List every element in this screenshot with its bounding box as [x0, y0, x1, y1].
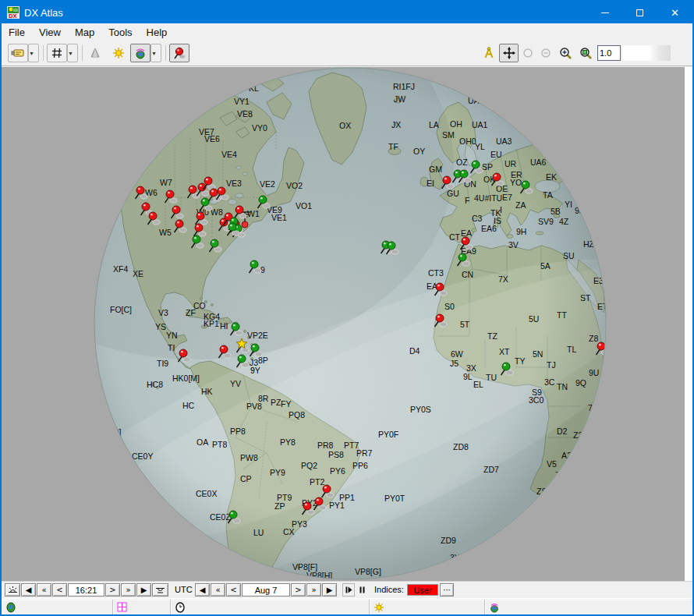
date-prev-month-button[interactable]: ◀ [195, 583, 210, 597]
chevron-down-icon: ▼ [29, 51, 38, 56]
map-label-JX: JX [391, 120, 401, 129]
map-label-ZD7: ZD7 [483, 465, 499, 474]
pause-button[interactable] [356, 583, 367, 597]
map-label-VE6: VE6 [204, 134, 220, 143]
map-label-6W: 6W [451, 349, 463, 359]
map-label-XF4: XF4 [113, 264, 128, 274]
map-area[interactable]: KLVY1VE8VY0OXVE7VE6VE4VE3VE2VO2VO1VE9VE1… [2, 67, 692, 581]
date-back-button[interactable]: < [226, 583, 241, 597]
menu-map[interactable]: Map [68, 25, 101, 40]
date-display[interactable]: Aug 7 [242, 583, 290, 597]
map-label-PW8: PW8 [240, 453, 258, 462]
status-panel-clock [171, 600, 370, 614]
world-dropdown[interactable]: ▼ [150, 44, 161, 62]
sun-icon [374, 602, 384, 613]
date-next-month-button[interactable]: ▶ [322, 583, 337, 597]
zoom-window-button[interactable] [576, 44, 596, 62]
toolbar-separator [43, 45, 44, 61]
zoom-window-icon [579, 47, 593, 60]
map-label-TI: TI [168, 343, 175, 352]
grid-button[interactable] [47, 44, 67, 62]
minimize-button[interactable] [587, 2, 622, 23]
toolbar-separator [82, 45, 83, 61]
map-label-9L: 9L [463, 372, 473, 381]
time-display[interactable]: 16:21 [68, 583, 104, 597]
map-label-Z8: Z8 [589, 334, 598, 343]
map-label-EK: EK [546, 172, 557, 182]
map-label-HC8: HC8 [147, 380, 163, 389]
measure-button[interactable] [479, 44, 498, 62]
maximize-button[interactable] [622, 2, 657, 23]
date-rewind-button[interactable]: « [211, 583, 225, 597]
indices-value-badge[interactable]: User [407, 584, 438, 596]
map-label-PR8: PR8 [317, 441, 334, 450]
map-label-W5: W5 [159, 228, 172, 237]
map-label-9H: 9H [516, 227, 526, 236]
grid-dropdown[interactable]: ▼ [67, 44, 78, 62]
map-label-9Y: 9Y [250, 366, 260, 375]
grid-icon [51, 47, 63, 59]
beam-cone-icon [89, 47, 101, 59]
sunset-icon [155, 586, 165, 594]
menu-file[interactable]: File [2, 25, 32, 40]
sunrise-icon [8, 586, 18, 594]
time-forward-button[interactable]: > [105, 583, 120, 597]
map-label-PP1: PP1 [339, 493, 355, 502]
globe-arcs-icon [489, 602, 500, 613]
sunrise-button[interactable] [5, 583, 20, 597]
menu-view[interactable]: View [32, 25, 68, 40]
map-label-FY: FY [281, 399, 291, 409]
rotate-button[interactable] [519, 44, 536, 62]
indices-more-button[interactable]: ··· [440, 583, 454, 597]
zoom-factor-input[interactable] [597, 45, 621, 61]
zoom-in-button[interactable] [556, 44, 575, 62]
map-label-CE0Y: CE0Y [132, 451, 153, 461]
status-panel-grid [113, 600, 171, 614]
map-label-V3: V3 [158, 308, 168, 317]
prefixes-dropdown[interactable]: ▼ [28, 44, 39, 62]
calipers-icon [483, 47, 495, 59]
map-label-V5: V5 [547, 459, 557, 469]
sunset-button[interactable] [152, 583, 168, 597]
status-panel-sun [370, 600, 485, 614]
world-propagation-button[interactable] [130, 44, 150, 62]
map-label-SM: SM [442, 130, 455, 140]
map-label-LU: LU [253, 528, 264, 537]
map-label-VE3: VE3 [226, 179, 242, 188]
prefixes-button[interactable] [8, 44, 28, 62]
rotate-back-button[interactable] [537, 44, 554, 62]
pause-icon [359, 586, 365, 593]
sun-button[interactable] [108, 44, 129, 62]
time-back-button[interactable]: < [52, 583, 67, 597]
title-bar[interactable]: DX DX Atlas ✕ [2, 2, 692, 23]
menu-tools[interactable]: Tools [101, 25, 139, 40]
rotate-minus-icon [540, 48, 551, 58]
time-prev-day-button[interactable]: ◀ [21, 583, 36, 597]
time-rewind-button[interactable]: « [37, 583, 51, 597]
map-label-EU: EU [490, 150, 502, 159]
world-globe-map[interactable]: KLVY1VE8VY0OXVE7VE6VE4VE3VE2VO2VO1VE9VE1… [2, 67, 685, 581]
date-ffwd-button[interactable]: » [306, 583, 321, 597]
zoom-progress[interactable] [622, 45, 671, 61]
date-forward-button[interactable]: > [291, 583, 306, 597]
map-label-SU: SU [563, 251, 575, 260]
map-label-HI: HI [220, 321, 228, 331]
map-label-CE0X: CE0X [196, 489, 217, 498]
pan-button[interactable] [499, 44, 519, 62]
map-label-PQ8: PQ8 [289, 410, 305, 420]
map-label-ZF: ZF [186, 308, 196, 317]
time-next-day-button[interactable]: ▶ [136, 583, 151, 597]
map-label-YN: YN [166, 331, 178, 340]
map-label-GU: GU [447, 189, 459, 198]
map-label-KP1: KP1 [204, 319, 219, 328]
map-label-TT: TT [557, 310, 567, 320]
time-ffwd-button[interactable]: » [121, 583, 136, 597]
chevron-down-icon: ▼ [68, 51, 77, 56]
menu-help[interactable]: Help [140, 25, 175, 40]
pins-button[interactable] [169, 44, 189, 62]
close-button[interactable]: ✕ [657, 2, 692, 23]
map-label-YO: YO [510, 178, 522, 187]
beam-button[interactable] [85, 44, 105, 62]
map-label-SV9: SV9 [538, 217, 554, 226]
animate-step-button[interactable] [342, 583, 355, 597]
